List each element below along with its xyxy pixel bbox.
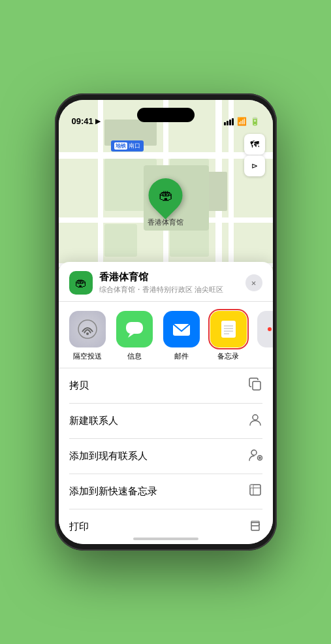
place-subtitle: 综合体育馆・香港特别行政区 油尖旺区: [99, 285, 245, 295]
share-actions-row: 隔空投送 信息: [59, 302, 273, 368]
place-header: 🏟 香港体育馆 综合体育馆・香港特别行政区 油尖旺区 ×: [59, 262, 273, 302]
station-label: 地铁 南口: [111, 140, 144, 152]
wifi-icon: 📶: [237, 117, 247, 126]
add-existing-contact-label: 添加到现有联系人: [69, 450, 148, 462]
more-icon: [257, 311, 273, 347]
signal-icon: [224, 118, 234, 125]
dynamic-island: [137, 108, 195, 122]
map-location-button[interactable]: ⊳: [244, 155, 265, 176]
share-more[interactable]: 更多: [252, 311, 273, 361]
add-contact-icon: [248, 447, 262, 465]
svg-rect-2: [126, 322, 143, 334]
svg-rect-20: [251, 526, 259, 530]
share-notes[interactable]: 备忘录: [205, 311, 252, 361]
map-controls: 🗺 ⊳: [244, 134, 265, 176]
svg-point-12: [251, 450, 257, 455]
share-airdrop[interactable]: 隔空投送: [64, 311, 111, 361]
share-messages[interactable]: 信息: [111, 311, 158, 361]
copy-icon: [248, 377, 262, 394]
new-contact-icon: [248, 412, 262, 430]
action-add-quick-note[interactable]: 添加到新快速备忘录: [69, 474, 262, 509]
time-display: 09:41: [72, 116, 93, 126]
action-add-existing-contact[interactable]: 添加到现有联系人: [69, 439, 262, 474]
phone-screen: 09:41 ▶ 📶 🔋: [59, 100, 273, 544]
place-icon: 🏟: [69, 271, 93, 295]
svg-rect-19: [250, 485, 253, 488]
map-pin: 🏟 香港体育馆: [148, 178, 183, 227]
svg-point-11: [253, 415, 258, 420]
place-name: 香港体育馆: [99, 271, 245, 283]
place-info: 香港体育馆 综合体育馆・香港特别行政区 油尖旺区: [99, 271, 245, 295]
mail-label: 邮件: [174, 351, 189, 361]
location-arrow-icon: ▶: [95, 118, 101, 125]
notes-label: 备忘录: [217, 351, 239, 361]
action-new-contact[interactable]: 新建联系人: [69, 404, 262, 439]
notes-icon: [210, 311, 247, 347]
share-mail[interactable]: 邮件: [158, 311, 205, 361]
action-list: 拷贝 新建联系人: [59, 368, 273, 544]
new-contact-label: 新建联系人: [69, 415, 118, 427]
messages-label: 信息: [127, 351, 142, 361]
status-icons: 📶 🔋: [224, 117, 260, 126]
pin-emoji: 🏟: [159, 187, 173, 204]
svg-point-21: [259, 524, 260, 525]
bottom-sheet: 🏟 香港体育馆 综合体育馆・香港特别行政区 油尖旺区 ×: [59, 262, 273, 544]
battery-icon: 🔋: [250, 117, 260, 126]
print-icon: [248, 518, 262, 536]
map-layers-button[interactable]: 🗺: [244, 134, 265, 155]
airdrop-icon: [69, 311, 106, 347]
airdrop-label: 隔空投送: [73, 351, 102, 361]
home-indicator: [133, 538, 198, 540]
print-label: 打印: [69, 521, 89, 533]
quick-note-icon: [248, 483, 262, 500]
svg-point-1: [86, 332, 89, 335]
svg-rect-5: [221, 321, 236, 338]
svg-rect-10: [253, 381, 260, 390]
phone-frame: 09:41 ▶ 📶 🔋: [55, 93, 277, 551]
copy-label: 拷贝: [69, 379, 89, 392]
action-copy[interactable]: 拷贝: [69, 368, 262, 404]
add-quick-note-label: 添加到新快速备忘录: [69, 485, 157, 498]
status-time: 09:41 ▶: [72, 116, 101, 126]
mail-icon: [163, 311, 200, 347]
svg-marker-3: [128, 334, 134, 338]
close-button[interactable]: ×: [245, 274, 262, 291]
messages-icon: [116, 311, 153, 347]
